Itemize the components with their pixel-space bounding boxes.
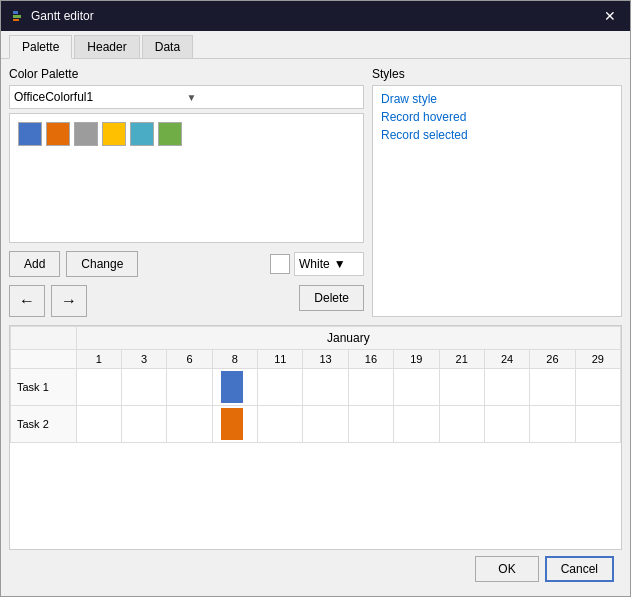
gantt-cell [303,406,348,443]
gantt-task-col-header [11,350,77,369]
gantt-cell [530,369,575,406]
gantt-editor-window: Gantt editor ✕ Palette Header Data Color… [0,0,631,597]
swatch-orange[interactable] [46,122,70,146]
task1-label: Task 1 [11,369,77,406]
gantt-day-13: 13 [303,350,348,369]
gantt-day-19: 19 [394,350,439,369]
svg-rect-2 [13,19,19,21]
arrow-right-button[interactable]: → [51,285,87,317]
gantt-day-6: 6 [167,350,212,369]
right-panel: Styles Draw style Record hovered Record … [372,67,622,317]
gantt-cell [530,406,575,443]
tabs-bar: Palette Header Data [1,31,630,59]
gantt-day-24: 24 [484,350,529,369]
style-draw[interactable]: Draw style [377,90,617,108]
dropdown-arrow-icon: ▼ [187,92,360,103]
gantt-cell [76,406,121,443]
gantt-cell [258,406,303,443]
gantt-cell [167,369,212,406]
color-preview[interactable] [270,254,290,274]
gantt-cell [167,406,212,443]
gantt-cell [394,406,439,443]
gantt-day-29: 29 [575,350,620,369]
title-bar: Gantt editor ✕ [1,1,630,31]
gantt-cell [439,369,484,406]
gantt-cell [394,369,439,406]
table-row: Task 2 [11,406,621,443]
svg-rect-1 [13,15,21,18]
gantt-cell [348,406,393,443]
style-hovered[interactable]: Record hovered [377,108,617,126]
color-palette-label: Color Palette [9,67,364,81]
task2-label: Task 2 [11,406,77,443]
swatch-green[interactable] [158,122,182,146]
tab-palette[interactable]: Palette [9,35,72,59]
style-selected[interactable]: Record selected [377,126,617,144]
gantt-cell [348,369,393,406]
task2-bar[interactable] [221,408,243,440]
swatch-yellow[interactable] [102,122,126,146]
gantt-day-1: 1 [76,350,121,369]
left-panel: Color Palette OfficeColorful1 ▼ [9,67,364,317]
gantt-day-26: 26 [530,350,575,369]
gantt-cell [575,369,620,406]
swatch-gray[interactable] [74,122,98,146]
arrow-left-button[interactable]: ← [9,285,45,317]
palette-dropdown-value: OfficeColorful1 [14,90,187,104]
gantt-day-8: 8 [212,350,257,369]
delete-button[interactable]: Delete [299,285,364,311]
swatch-blue[interactable] [18,122,42,146]
gantt-cell [575,406,620,443]
gantt-cell [303,369,348,406]
gantt-day-21: 21 [439,350,484,369]
gantt-month-header: January [76,327,620,350]
gantt-cell [439,406,484,443]
gantt-cell [484,369,529,406]
tab-header[interactable]: Header [74,35,139,58]
svg-rect-0 [13,11,18,14]
gantt-cell [484,406,529,443]
add-button[interactable]: Add [9,251,60,277]
color-name-dropdown[interactable]: White ▼ [294,252,364,276]
title-bar-left: Gantt editor [11,9,94,23]
task1-bar[interactable] [221,371,243,403]
gantt-cell-task1-bar [212,369,257,406]
gantt-day-16: 16 [348,350,393,369]
gantt-table: January 1 3 6 8 11 13 16 19 21 24 [10,326,621,443]
close-button[interactable]: ✕ [600,6,620,26]
ok-button[interactable]: OK [475,556,538,582]
swatch-light-blue[interactable] [130,122,154,146]
color-name-value: White [299,257,330,271]
add-change-row: Add Change White ▼ [9,251,364,277]
gantt-day-3: 3 [122,350,167,369]
gantt-cell [76,369,121,406]
arrow-button-row: ← → Delete [9,285,364,317]
bottom-buttons: OK Cancel [9,550,622,588]
top-panels: Color Palette OfficeColorful1 ▼ [9,67,622,317]
color-palette-box [9,113,364,243]
gantt-cell [258,369,303,406]
styles-box: Draw style Record hovered Record selecte… [372,85,622,317]
gantt-area: January 1 3 6 8 11 13 16 19 21 24 [9,325,622,550]
gantt-cell-task2-bar [212,406,257,443]
cancel-button[interactable]: Cancel [545,556,614,582]
gantt-day-11: 11 [258,350,303,369]
change-button[interactable]: Change [66,251,138,277]
gantt-empty-header [11,327,77,350]
palette-dropdown[interactable]: OfficeColorful1 ▼ [9,85,364,109]
color-picker-group: White ▼ [270,252,364,276]
window-title: Gantt editor [31,9,94,23]
gantt-cell [122,369,167,406]
color-dropdown-arrow-icon: ▼ [334,257,346,271]
tab-data[interactable]: Data [142,35,193,58]
styles-label: Styles [372,67,622,81]
content-area: Color Palette OfficeColorful1 ▼ [1,59,630,596]
gantt-cell [122,406,167,443]
gantt-icon [11,9,25,23]
table-row: Task 1 [11,369,621,406]
